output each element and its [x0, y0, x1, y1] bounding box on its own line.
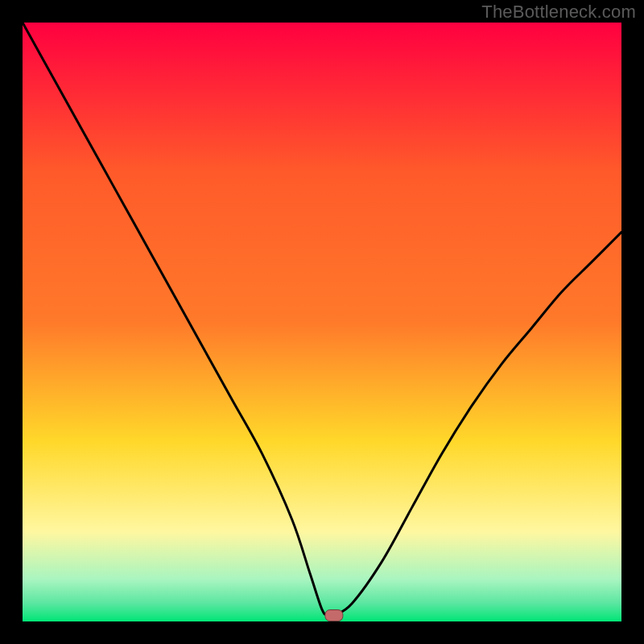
- watermark-text: TheBottleneck.com: [481, 2, 636, 23]
- chart-frame: TheBottleneck.com: [0, 0, 644, 644]
- plot-area: [23, 23, 621, 621]
- optimum-marker: [325, 610, 343, 621]
- chart-svg: [23, 23, 621, 621]
- gradient-background: [23, 23, 621, 621]
